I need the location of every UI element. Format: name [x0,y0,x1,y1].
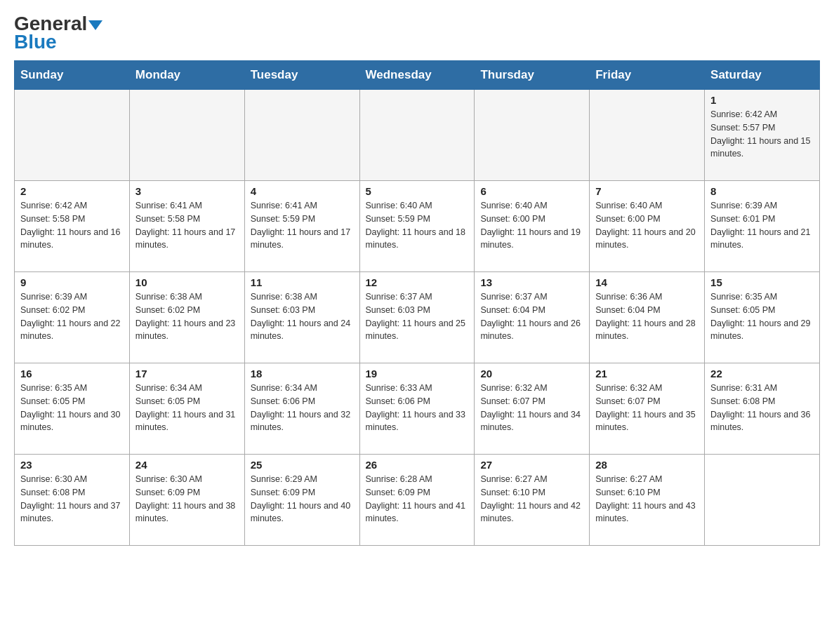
calendar-cell: 14Sunrise: 6:36 AMSunset: 6:04 PMDayligh… [590,272,705,363]
day-number: 13 [480,276,583,288]
calendar-cell: 16Sunrise: 6:35 AMSunset: 6:05 PMDayligh… [15,363,130,455]
page-header: General Blue [14,14,820,53]
day-header-thursday: Thursday [475,61,590,90]
logo-triangle-icon [88,20,102,30]
calendar-cell [359,90,475,181]
calendar-table: SundayMondayTuesdayWednesdayThursdayFrid… [14,60,820,546]
calendar-cell: 8Sunrise: 6:39 AMSunset: 6:01 PMDaylight… [705,181,820,272]
calendar-cell: 21Sunrise: 6:32 AMSunset: 6:07 PMDayligh… [590,363,705,455]
day-info: Sunrise: 6:41 AMSunset: 5:59 PMDaylight:… [251,199,354,252]
calendar-cell: 13Sunrise: 6:37 AMSunset: 6:04 PMDayligh… [475,272,590,363]
day-header-friday: Friday [590,61,705,90]
day-header-sunday: Sunday [15,61,130,90]
day-number: 20 [480,368,583,380]
day-number: 2 [20,185,124,197]
day-number: 7 [595,185,699,197]
day-number: 25 [251,459,354,471]
calendar-cell [705,455,820,546]
day-number: 4 [251,185,354,197]
day-number: 9 [20,276,124,288]
calendar-cell: 19Sunrise: 6:33 AMSunset: 6:06 PMDayligh… [359,363,475,455]
day-number: 6 [480,185,583,197]
calendar-header-row: SundayMondayTuesdayWednesdayThursdayFrid… [15,61,820,90]
calendar-cell: 23Sunrise: 6:30 AMSunset: 6:08 PMDayligh… [15,455,130,546]
day-info: Sunrise: 6:35 AMSunset: 6:05 PMDaylight:… [20,382,124,434]
calendar-cell: 5Sunrise: 6:40 AMSunset: 5:59 PMDaylight… [359,181,475,272]
calendar-cell: 25Sunrise: 6:29 AMSunset: 6:09 PMDayligh… [244,455,359,546]
calendar-cell: 2Sunrise: 6:42 AMSunset: 5:58 PMDaylight… [15,181,130,272]
calendar-cell: 18Sunrise: 6:34 AMSunset: 6:06 PMDayligh… [244,363,359,455]
calendar-week-row: 2Sunrise: 6:42 AMSunset: 5:58 PMDaylight… [15,181,820,272]
day-number: 8 [710,185,814,197]
calendar-cell [15,90,130,181]
calendar-cell: 12Sunrise: 6:37 AMSunset: 6:03 PMDayligh… [359,272,475,363]
day-number: 26 [366,459,469,471]
day-info: Sunrise: 6:36 AMSunset: 6:04 PMDaylight:… [595,290,699,343]
day-info: Sunrise: 6:34 AMSunset: 6:06 PMDaylight:… [251,382,354,434]
calendar-cell [129,90,244,181]
calendar-week-row: 9Sunrise: 6:39 AMSunset: 6:02 PMDaylight… [15,272,820,363]
day-info: Sunrise: 6:38 AMSunset: 6:02 PMDaylight:… [135,290,239,343]
day-number: 15 [710,276,814,288]
day-number: 21 [595,368,699,380]
logo: General Blue [14,14,102,53]
day-number: 23 [20,459,124,471]
calendar-cell: 6Sunrise: 6:40 AMSunset: 6:00 PMDaylight… [475,181,590,272]
calendar-cell: 24Sunrise: 6:30 AMSunset: 6:09 PMDayligh… [129,455,244,546]
day-number: 17 [135,368,239,380]
day-info: Sunrise: 6:32 AMSunset: 6:07 PMDaylight:… [595,382,699,434]
calendar-cell [590,90,705,181]
day-info: Sunrise: 6:30 AMSunset: 6:09 PMDaylight:… [135,473,239,525]
calendar-cell: 4Sunrise: 6:41 AMSunset: 5:59 PMDaylight… [244,181,359,272]
day-number: 5 [366,185,469,197]
day-header-monday: Monday [129,61,244,90]
day-number: 1 [710,94,814,106]
day-info: Sunrise: 6:27 AMSunset: 6:10 PMDaylight:… [480,473,583,525]
day-info: Sunrise: 6:37 AMSunset: 6:04 PMDaylight:… [480,290,583,343]
calendar-cell: 1Sunrise: 6:42 AMSunset: 5:57 PMDaylight… [705,90,820,181]
calendar-cell: 10Sunrise: 6:38 AMSunset: 6:02 PMDayligh… [129,272,244,363]
calendar-cell: 9Sunrise: 6:39 AMSunset: 6:02 PMDaylight… [15,272,130,363]
day-number: 10 [135,276,239,288]
calendar-week-row: 23Sunrise: 6:30 AMSunset: 6:08 PMDayligh… [15,455,820,546]
day-info: Sunrise: 6:35 AMSunset: 6:05 PMDaylight:… [710,290,814,343]
day-header-tuesday: Tuesday [244,61,359,90]
day-info: Sunrise: 6:42 AMSunset: 5:57 PMDaylight:… [710,108,814,161]
calendar-cell: 3Sunrise: 6:41 AMSunset: 5:58 PMDaylight… [129,181,244,272]
day-info: Sunrise: 6:34 AMSunset: 6:05 PMDaylight:… [135,382,239,434]
day-info: Sunrise: 6:37 AMSunset: 6:03 PMDaylight:… [366,290,469,343]
day-number: 27 [480,459,583,471]
day-number: 22 [710,368,814,380]
calendar-cell: 20Sunrise: 6:32 AMSunset: 6:07 PMDayligh… [475,363,590,455]
calendar-cell: 15Sunrise: 6:35 AMSunset: 6:05 PMDayligh… [705,272,820,363]
calendar-cell: 27Sunrise: 6:27 AMSunset: 6:10 PMDayligh… [475,455,590,546]
calendar-week-row: 1Sunrise: 6:42 AMSunset: 5:57 PMDaylight… [15,90,820,181]
day-info: Sunrise: 6:38 AMSunset: 6:03 PMDaylight:… [251,290,354,343]
day-header-saturday: Saturday [705,61,820,90]
calendar-cell: 11Sunrise: 6:38 AMSunset: 6:03 PMDayligh… [244,272,359,363]
day-info: Sunrise: 6:27 AMSunset: 6:10 PMDaylight:… [595,473,699,525]
day-info: Sunrise: 6:32 AMSunset: 6:07 PMDaylight:… [480,382,583,434]
day-number: 3 [135,185,239,197]
calendar-cell: 26Sunrise: 6:28 AMSunset: 6:09 PMDayligh… [359,455,475,546]
day-info: Sunrise: 6:39 AMSunset: 6:01 PMDaylight:… [710,199,814,252]
day-info: Sunrise: 6:31 AMSunset: 6:08 PMDaylight:… [710,382,814,434]
calendar-cell: 22Sunrise: 6:31 AMSunset: 6:08 PMDayligh… [705,363,820,455]
calendar-week-row: 16Sunrise: 6:35 AMSunset: 6:05 PMDayligh… [15,363,820,455]
day-number: 19 [366,368,469,380]
day-info: Sunrise: 6:40 AMSunset: 5:59 PMDaylight:… [366,199,469,252]
calendar-cell: 7Sunrise: 6:40 AMSunset: 6:00 PMDaylight… [590,181,705,272]
day-info: Sunrise: 6:41 AMSunset: 5:58 PMDaylight:… [135,199,239,252]
day-header-wednesday: Wednesday [359,61,475,90]
day-info: Sunrise: 6:39 AMSunset: 6:02 PMDaylight:… [20,290,124,343]
day-number: 18 [251,368,354,380]
day-info: Sunrise: 6:33 AMSunset: 6:06 PMDaylight:… [366,382,469,434]
day-number: 12 [366,276,469,288]
day-info: Sunrise: 6:40 AMSunset: 6:00 PMDaylight:… [480,199,583,252]
day-number: 14 [595,276,699,288]
calendar-cell [244,90,359,181]
day-number: 24 [135,459,239,471]
day-info: Sunrise: 6:28 AMSunset: 6:09 PMDaylight:… [366,473,469,525]
logo-part2: Blue [14,31,57,53]
day-number: 11 [251,276,354,288]
